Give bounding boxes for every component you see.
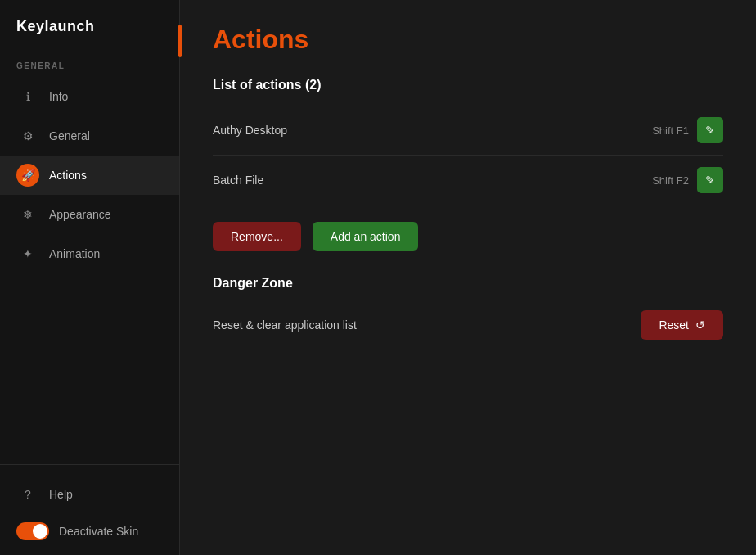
actions-list: Authy DesktopShift F1✎Batch FileShift F2… — [213, 106, 723, 205]
appearance-icon: ❄ — [16, 203, 39, 226]
sidebar: Keylaunch GENERAL ℹInfo⚙General🚀Actions❄… — [0, 0, 180, 555]
general-icon: ⚙ — [16, 124, 39, 147]
sidebar-item-actions[interactable]: 🚀Actions — [0, 156, 179, 195]
action-row: Authy DesktopShift F1✎ — [213, 106, 723, 156]
accent-bar — [178, 25, 182, 57]
sidebar-item-info-label: Info — [49, 90, 68, 103]
action-right: Shift F1✎ — [652, 117, 723, 143]
action-right: Shift F2✎ — [652, 167, 723, 193]
reset-button[interactable]: Reset ↺ — [641, 310, 723, 340]
action-buttons-row: Remove... Add an action — [213, 222, 723, 251]
actions-icon: 🚀 — [16, 164, 39, 187]
sidebar-item-actions-label: Actions — [49, 169, 87, 182]
info-icon: ℹ — [16, 85, 39, 108]
action-name: Batch File — [213, 174, 263, 187]
deactivate-label: Deactivate Skin — [59, 525, 138, 538]
reset-label: Reset — [659, 318, 689, 332]
action-keybind: Shift F2 — [652, 174, 689, 187]
main-content: Actions List of actions (2) Authy Deskto… — [180, 0, 756, 555]
sidebar-item-help-label: Help — [49, 488, 73, 501]
action-name: Authy Desktop — [213, 124, 287, 137]
page-title: Actions — [213, 25, 723, 55]
sidebar-bottom: ? Help Deactivate Skin — [0, 464, 179, 555]
app-logo: Keylaunch — [0, 0, 179, 50]
general-section-label: GENERAL — [0, 50, 179, 77]
sidebar-item-appearance[interactable]: ❄Appearance — [0, 195, 179, 234]
sidebar-item-general-label: General — [49, 129, 90, 142]
action-row: Batch FileShift F2✎ — [213, 156, 723, 205]
list-section-title: List of actions (2) — [213, 78, 723, 92]
deactivate-toggle[interactable] — [16, 522, 49, 540]
danger-zone-title: Danger Zone — [213, 276, 723, 291]
sidebar-item-animation-label: Animation — [49, 247, 100, 260]
edit-action-button[interactable]: ✎ — [697, 167, 723, 193]
animation-icon: ✦ — [16, 242, 39, 265]
action-keybind: Shift F1 — [652, 124, 689, 137]
reset-icon: ↺ — [695, 318, 705, 332]
sidebar-item-general[interactable]: ⚙General — [0, 116, 179, 156]
sidebar-item-animation[interactable]: ✦Animation — [0, 234, 179, 273]
danger-row-label: Reset & clear application list — [213, 318, 357, 332]
danger-row: Reset & clear application list Reset ↺ — [213, 304, 723, 346]
sidebar-item-appearance-label: Appearance — [49, 208, 111, 221]
edit-action-button[interactable]: ✎ — [697, 117, 723, 143]
remove-button[interactable]: Remove... — [213, 222, 301, 251]
deactivate-row: Deactivate Skin — [0, 514, 179, 555]
sidebar-item-info[interactable]: ℹInfo — [0, 77, 179, 116]
add-action-button[interactable]: Add an action — [313, 222, 419, 251]
sidebar-item-help[interactable]: ? Help — [0, 475, 179, 514]
help-icon: ? — [16, 483, 39, 506]
